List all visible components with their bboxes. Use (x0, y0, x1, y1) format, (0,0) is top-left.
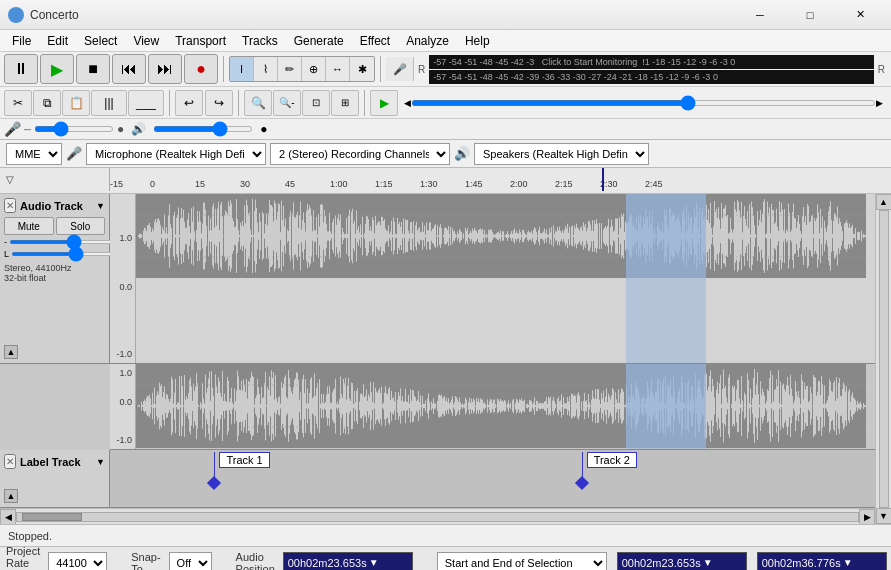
menu-analyze[interactable]: Analyze (398, 32, 457, 50)
scale-top: 1.0 (110, 194, 135, 279)
selection-end-value: 00h02m36.776s (762, 557, 841, 569)
vu-meters-in: -57 -54 -51 -48 -45 -42 -3 Click to Star… (429, 55, 874, 84)
sel-end-dropdown-arrow[interactable]: ▼ (843, 557, 853, 568)
audio-track-ch2: 1.0 0.0 -1.0 (110, 364, 875, 450)
play-button[interactable]: ▶ (40, 54, 74, 84)
mute-solo-row: Mute Solo (4, 217, 105, 235)
scroll-left-arrow[interactable]: ◀ (0, 509, 16, 525)
solo-button[interactable]: Solo (56, 217, 106, 235)
forward-button[interactable]: ⏭ (148, 54, 182, 84)
menu-view[interactable]: View (125, 32, 167, 50)
multi-tool[interactable]: ✱ (350, 57, 374, 81)
pan-left: L (4, 249, 9, 259)
gain-minus: - (4, 237, 7, 247)
scale-mid-top: 0.0 (110, 279, 135, 295)
v-scroll-track[interactable] (879, 210, 889, 508)
project-rate-select[interactable]: 44100 (48, 552, 107, 571)
menu-edit[interactable]: Edit (39, 32, 76, 50)
h-scroll-track[interactable] (16, 512, 859, 522)
ruler-mark-145: 1:45 (465, 179, 483, 189)
menu-generate[interactable]: Generate (286, 32, 352, 50)
paste-btn[interactable]: 📋 (62, 90, 90, 116)
ruler-marks: -15 0 15 30 45 1:00 1:15 1:30 1:45 2:00 … (110, 168, 891, 191)
menu-select[interactable]: Select (76, 32, 125, 50)
separator-1 (223, 56, 224, 82)
scroll-down-arrow[interactable]: ▼ (876, 508, 892, 524)
menu-help[interactable]: Help (457, 32, 498, 50)
menu-transport[interactable]: Transport (167, 32, 234, 50)
mic-button[interactable]: 🎤 (386, 57, 414, 81)
audio-host-select[interactable]: MME (6, 143, 62, 165)
snap-to-select[interactable]: Off On (169, 552, 212, 571)
scroll-up-arrow[interactable]: ▲ (876, 194, 892, 210)
ruler-mark-245: 2:45 (645, 179, 663, 189)
label-track-header: ✕ Label Track ▼ (4, 454, 105, 469)
audio-track-name: Audio Track (16, 200, 96, 212)
record-button[interactable]: ● (184, 54, 218, 84)
ruler-triangle: ▽ (6, 174, 14, 185)
scale-bot-top: -1.0 (110, 295, 135, 364)
label-text-2[interactable]: Track 2 (587, 452, 637, 468)
minimize-button[interactable]: ─ (737, 5, 783, 25)
label-track-dropdown[interactable]: ▼ (96, 457, 105, 467)
timeline-ruler: ▽ -15 0 15 30 45 1:00 1:15 1:30 1:45 2:0… (0, 168, 891, 194)
h-scrollbar: ◀ ▶ (0, 508, 875, 524)
status-bar: Stopped. (0, 524, 891, 546)
waveform-canvas-ch1 (136, 194, 866, 278)
selection-start-display[interactable]: 00h02m23.653s ▼ (617, 552, 747, 571)
menu-file[interactable]: File (4, 32, 39, 50)
menu-effect[interactable]: Effect (352, 32, 398, 50)
selection-tool[interactable]: I (230, 57, 254, 81)
timeshift-tool[interactable]: ↔ (326, 57, 350, 81)
pause-button[interactable]: ⏸ (4, 54, 38, 84)
ruler-mark-130: 1:30 (420, 179, 438, 189)
label-track: ✕ Label Track ▼ ▲ Track 1 (0, 450, 875, 508)
input-gain-slider[interactable] (34, 126, 114, 132)
label-track-area[interactable]: Track 1 Track 2 (110, 450, 875, 507)
vu-r-label-in: R (416, 64, 427, 75)
mic-device-icon: 🎤 (66, 146, 82, 161)
bottom-bar: Project Rate (Hz): 44100 Snap-To Off On … (0, 546, 891, 570)
audio-pos-dropdown-arrow[interactable]: ▼ (369, 557, 379, 568)
selection-mode-select[interactable]: Start and End of Selection Start and Len… (437, 552, 607, 571)
app-title: Concerto (30, 8, 737, 22)
selection-start-value: 00h02m23.653s (622, 557, 701, 569)
audio-track-close[interactable]: ✕ (4, 198, 16, 213)
ruler-mark-0: 0 (150, 179, 155, 189)
label-track-collapse[interactable]: ▲ (4, 489, 18, 503)
scroll-right-arrow[interactable]: ▶ (859, 509, 875, 525)
audio-track-collapse[interactable]: ▲ (4, 345, 18, 359)
sel-start-dropdown-arrow[interactable]: ▼ (703, 557, 713, 568)
waveform-area-top[interactable] (136, 194, 875, 363)
copy-btn[interactable]: ⧉ (33, 90, 61, 116)
zoom-tool[interactable]: ⊕ (302, 57, 326, 81)
menu-tracks[interactable]: Tracks (234, 32, 286, 50)
close-button[interactable]: ✕ (837, 5, 883, 25)
audio-position-display[interactable]: 00h02m23.653s ▼ (283, 552, 413, 571)
tools-group: I ⌇ ✏ ⊕ ↔ ✱ (229, 56, 375, 82)
h-scroll-thumb[interactable] (22, 513, 82, 521)
ruler-mark-45: 45 (285, 179, 295, 189)
rewind-button[interactable]: ⏮ (112, 54, 146, 84)
vu-r-label-out: R (876, 64, 887, 75)
vu-input-bar[interactable]: -57 -54 -51 -48 -45 -42 -3 Click to Star… (429, 55, 874, 69)
audio-track-dropdown[interactable]: ▼ (96, 201, 105, 211)
status-text: Stopped. (8, 530, 52, 542)
label-text-1[interactable]: Track 1 (219, 452, 269, 468)
draw-tool[interactable]: ✏ (278, 57, 302, 81)
waveform-area-ch2[interactable] (136, 364, 875, 449)
label-track-controls: ✕ Label Track ▼ ▲ (0, 450, 110, 507)
label-track-close[interactable]: ✕ (4, 454, 16, 469)
main-layout: ▽ -15 0 15 30 45 1:00 1:15 1:30 1:45 2:0… (0, 168, 891, 524)
trim-btn[interactable]: ||| (91, 90, 127, 116)
label-diamond-1 (207, 476, 221, 490)
maximize-button[interactable]: □ (787, 5, 833, 25)
stop-button[interactable]: ■ (76, 54, 110, 84)
audio-track-controls: ✕ Audio Track ▼ Mute Solo - + L (0, 194, 110, 363)
label-diamond-2 (575, 476, 589, 490)
ruler-mark-200: 2:00 (510, 179, 528, 189)
mute-button[interactable]: Mute (4, 217, 54, 235)
cut-btn[interactable]: ✂ (4, 90, 32, 116)
selection-end-display[interactable]: 00h02m36.776s ▼ (757, 552, 887, 571)
envelope-tool[interactable]: ⌇ (254, 57, 278, 81)
